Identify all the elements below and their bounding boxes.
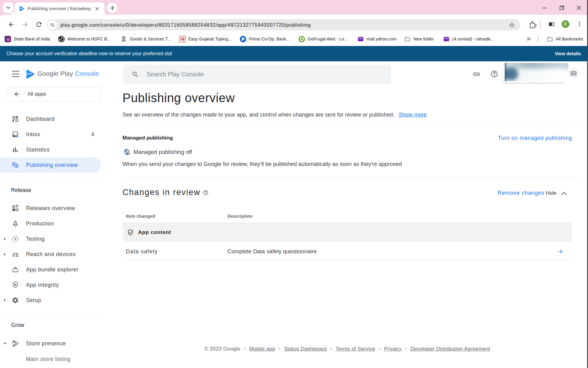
svg-text:yono: yono bbox=[6, 37, 10, 39]
